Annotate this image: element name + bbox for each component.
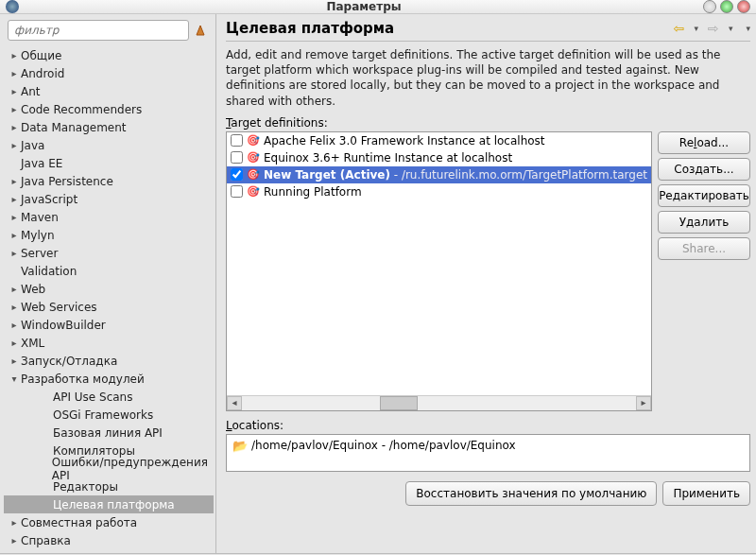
target-label: Equinox 3.6+ Runtime Instance at localho… (264, 151, 512, 165)
target-definition-item[interactable]: 🎯Equinox 3.6+ Runtime Instance at localh… (227, 149, 651, 166)
main-panel: Целевая платформа ⇦ ▾ ⇨ ▾ ▾ Add, edit an… (216, 14, 756, 553)
sidebar: ▸Общие▸Android▸Ant▸Code Recommenders▸Dat… (0, 14, 216, 553)
chevron-right-icon[interactable]: ▸ (8, 104, 21, 114)
back-icon[interactable]: ⇦ (671, 21, 686, 36)
chevron-right-icon[interactable]: ▸ (8, 122, 21, 132)
tree-item[interactable]: ▸Web Services (4, 298, 214, 316)
tree-item-label: Data Management (21, 121, 127, 134)
tree-item[interactable]: Validation (4, 262, 214, 280)
close-button[interactable] (737, 0, 750, 13)
tree-item[interactable]: ▸Запуск/Отладка (4, 352, 214, 370)
tree-item-label: OSGi Frameworks (53, 408, 153, 422)
preferences-tree[interactable]: ▸Общие▸Android▸Ant▸Code Recommenders▸Dat… (4, 46, 215, 549)
tree-item[interactable]: ▸Общие (4, 46, 214, 64)
back-menu-icon[interactable]: ▾ (694, 24, 698, 33)
tree-item[interactable]: ▸Ant (4, 82, 214, 100)
tree-item-label: Code Recommenders (21, 103, 142, 116)
tree-item[interactable]: ▸WindowBuilder (4, 316, 214, 334)
target-definition-item[interactable]: 🎯New Target (Active) - /ru.futurelink.mo… (227, 166, 651, 183)
tree-item[interactable]: Базовая линия API (4, 424, 214, 442)
tree-item-label: Mylyn (21, 229, 55, 242)
target-icon: 🎯 (247, 151, 260, 165)
tree-item-label: Web Services (21, 301, 97, 314)
tree-item-label: Ошибки/предупреждения API (52, 456, 214, 482)
chevron-down-icon[interactable]: ▾ (8, 373, 21, 384)
tree-item-label: Целевая платформа (53, 498, 175, 512)
chevron-right-icon[interactable]: ▸ (8, 338, 21, 348)
tree-item[interactable]: ▸Справка (4, 531, 214, 549)
tree-item-label: Общие (21, 49, 61, 62)
target-checkbox[interactable] (231, 151, 243, 164)
target-checkbox[interactable] (231, 134, 243, 147)
tree-item[interactable]: Java EE (4, 154, 214, 172)
tree-item[interactable]: ▸Совместная работа (4, 513, 214, 531)
tree-item[interactable]: ▸Java Persistence (4, 172, 214, 190)
tree-item-label: Java (21, 139, 44, 152)
reload-button[interactable]: Reload... (658, 131, 750, 154)
tree-item[interactable]: Ошибки/предупреждения API (4, 460, 214, 477)
tree-item-label: Web (21, 283, 45, 296)
target-label: Running Platform (264, 185, 362, 199)
scroll-thumb[interactable] (380, 396, 418, 410)
chevron-right-icon[interactable]: ▸ (8, 212, 21, 222)
tree-item-label: Validation (21, 265, 77, 278)
forward-icon: ⇨ (706, 21, 721, 36)
chevron-right-icon[interactable]: ▸ (8, 356, 21, 366)
clear-filter-icon[interactable] (193, 22, 210, 39)
target-checkbox[interactable] (231, 168, 243, 181)
chevron-right-icon[interactable]: ▸ (8, 50, 21, 61)
apply-button[interactable]: Применить (662, 481, 750, 506)
tree-item[interactable]: ▸Code Recommenders (4, 100, 214, 118)
chevron-right-icon[interactable]: ▸ (8, 517, 21, 528)
chevron-right-icon[interactable]: ▸ (8, 140, 21, 150)
forward-menu-icon[interactable]: ▾ (729, 24, 733, 33)
chevron-right-icon[interactable]: ▸ (8, 535, 21, 546)
tree-item[interactable]: ▸XML (4, 334, 214, 352)
tree-item[interactable]: ▸Mylyn (4, 226, 214, 244)
tree-item[interactable]: ▾Разработка модулей (4, 370, 214, 388)
target-checkbox[interactable] (231, 185, 243, 198)
chevron-right-icon[interactable]: ▸ (8, 176, 21, 186)
target-icon: 🎯 (247, 168, 260, 182)
tree-item-label: Maven (21, 211, 59, 224)
create-button[interactable]: Создать... (658, 158, 750, 181)
tree-item[interactable]: ▸Data Management (4, 118, 214, 136)
tree-item[interactable]: ▸Server (4, 244, 214, 262)
tree-item-label: Java EE (21, 157, 62, 170)
filter-input[interactable] (8, 20, 189, 41)
restore-defaults-button[interactable]: Восстановить значения по умолчанию (405, 481, 657, 506)
chevron-right-icon[interactable]: ▸ (8, 248, 21, 258)
tree-item[interactable]: Целевая платформа (4, 495, 214, 513)
target-icon: 🎯 (247, 185, 260, 199)
tree-item[interactable]: ▸Android (4, 64, 214, 82)
delete-button[interactable]: Удалить (658, 211, 750, 234)
chevron-right-icon[interactable]: ▸ (8, 320, 21, 330)
chevron-right-icon[interactable]: ▸ (8, 194, 21, 204)
chevron-right-icon[interactable]: ▸ (8, 230, 21, 240)
tree-item[interactable]: ▸JavaScript (4, 190, 214, 208)
target-definitions-list[interactable]: 🎯Apache Felix 3.0 Framework Instance at … (226, 131, 652, 411)
tree-item[interactable]: OSGi Frameworks (4, 406, 214, 424)
view-menu-icon[interactable]: ▾ (746, 24, 750, 33)
scroll-right-icon[interactable]: ▸ (636, 396, 651, 410)
edit-button[interactable]: Редактировать (658, 184, 750, 207)
chevron-right-icon[interactable]: ▸ (8, 68, 21, 78)
locations-box: 📂 /home/pavlov/Equinox - /home/pavlov/Eq… (226, 434, 750, 472)
minimize-button[interactable] (703, 0, 716, 13)
scroll-left-icon[interactable]: ◂ (227, 396, 242, 410)
tree-item-label: Ant (21, 85, 41, 98)
target-definition-item[interactable]: 🎯Apache Felix 3.0 Framework Instance at … (227, 132, 651, 149)
maximize-button[interactable] (720, 0, 733, 13)
horizontal-scrollbar[interactable]: ◂ ▸ (227, 395, 651, 410)
target-definition-item[interactable]: 🎯Running Platform (227, 183, 651, 200)
tree-item-label: JavaScript (21, 193, 77, 206)
tree-item-label: Android (21, 67, 64, 80)
window-buttons (703, 0, 750, 13)
tree-item[interactable]: ▸Web (4, 280, 214, 298)
chevron-right-icon[interactable]: ▸ (8, 302, 21, 312)
tree-item[interactable]: ▸Maven (4, 208, 214, 226)
tree-item[interactable]: ▸Java (4, 136, 214, 154)
tree-item[interactable]: API Use Scans (4, 388, 214, 406)
chevron-right-icon[interactable]: ▸ (8, 284, 21, 294)
chevron-right-icon[interactable]: ▸ (8, 86, 21, 96)
